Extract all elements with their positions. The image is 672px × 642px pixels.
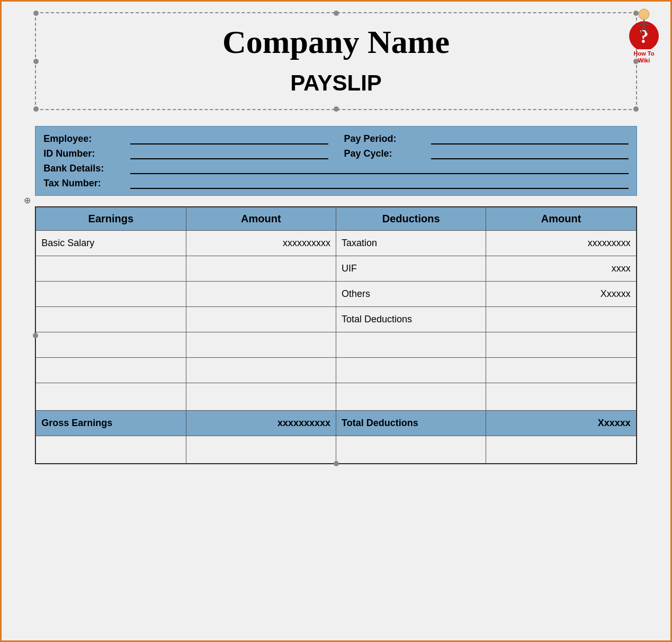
deduction-cell: [336, 358, 486, 383]
logo-icon: ?: [625, 7, 662, 49]
pay-period-underline: [431, 133, 629, 144]
employee-field: Employee:: [43, 133, 328, 144]
payslip-table: Earnings Amount Deductions Amount Basic …: [35, 207, 637, 464]
resize-handle-mid: [334, 461, 339, 466]
earnings-cell: Basic Salary: [36, 231, 186, 256]
total-deductions-amount-cell: Xxxxxx: [486, 411, 636, 436]
handle-bc: [334, 106, 339, 112]
earnings-amount-cell: [186, 256, 336, 282]
header-section: Company Name PAYSLIP: [35, 12, 637, 110]
pay-cycle-underline: [431, 148, 629, 159]
table-row: UIFxxxx: [36, 256, 637, 282]
logo-text: How To Wiki: [634, 50, 655, 64]
earnings-cell: [36, 282, 186, 307]
employee-label: Employee:: [43, 133, 128, 144]
company-name: Company Name: [52, 24, 620, 60]
gross-earnings-label: Gross Earnings: [36, 411, 186, 436]
earnings-cell: [36, 332, 186, 358]
col-header-earnings: Earnings: [36, 207, 186, 231]
total-deductions-label: Total Deductions: [336, 411, 486, 436]
earnings-cell: [36, 358, 186, 383]
earnings-amount-cell: xxxxxxxxxx: [186, 231, 336, 256]
summary-row: Gross EarningsxxxxxxxxxxTotal Deductions…: [36, 411, 637, 436]
svg-text:?: ?: [639, 26, 649, 47]
deduction-cell: [336, 383, 486, 411]
earnings-amount-cell: [186, 307, 336, 332]
earnings-amount-cell: [186, 282, 336, 307]
id-number-field: ID Number:: [43, 148, 328, 159]
svg-point-2: [639, 9, 649, 20]
payslip-title: PAYSLIP: [52, 70, 620, 96]
pay-period-label: Pay Period:: [344, 133, 429, 144]
earnings-amount-cell: [186, 383, 336, 411]
gross-amount-cell: xxxxxxxxxx: [186, 411, 336, 436]
deduction-amount-cell: xxxx: [486, 256, 636, 282]
logo-area: ? How To Wiki: [625, 7, 662, 64]
tax-number-label: Tax Number:: [43, 178, 128, 189]
bank-details-underline: [130, 162, 629, 174]
deduction-cell: [336, 332, 486, 358]
pay-cycle-field: Pay Cycle:: [344, 148, 629, 159]
earnings-amount-cell: [186, 332, 336, 358]
table-row: Basic SalaryxxxxxxxxxxTaxationxxxxxxxxx: [36, 231, 637, 256]
employee-underline: [130, 133, 328, 144]
move-icon: ⊕: [24, 195, 31, 205]
table-row: [36, 383, 637, 411]
id-number-underline: [130, 148, 328, 159]
table-row: Total Deductions: [36, 307, 637, 332]
table-section: ⊕ Earnings Amount Deductions Amount Basi…: [35, 206, 637, 464]
handle-tc: [334, 11, 339, 16]
col-header-amount1: Amount: [186, 207, 336, 231]
earnings-cell: [36, 307, 186, 332]
earnings-cell: [36, 256, 186, 282]
final-empty-row: [36, 436, 637, 464]
info-row-4: Tax Number:: [43, 177, 629, 189]
deduction-amount-cell: [486, 307, 636, 332]
table-row: [36, 358, 637, 383]
deduction-amount-cell: xxxxxxxxx: [486, 231, 636, 256]
col-header-amount2: Amount: [486, 207, 636, 231]
handle-tl: [33, 11, 39, 16]
table-header-row: Earnings Amount Deductions Amount: [36, 207, 637, 231]
deduction-amount-cell: [486, 358, 636, 383]
deduction-cell: Total Deductions: [336, 307, 486, 332]
handle-br: [633, 106, 639, 112]
tax-number-underline: [130, 177, 629, 189]
left-mid-handle: [33, 333, 38, 338]
deduction-amount-cell: [486, 383, 636, 411]
pay-cycle-label: Pay Cycle:: [344, 148, 429, 159]
earnings-amount-cell: [186, 358, 336, 383]
deduction-amount-cell: [486, 332, 636, 358]
deduction-amount-cell: Xxxxxx: [486, 282, 636, 307]
info-row-3: Bank Details:: [43, 162, 629, 174]
info-row-2: ID Number: Pay Cycle:: [43, 148, 629, 159]
deduction-cell: Others: [336, 282, 486, 307]
handle-ml: [33, 59, 39, 64]
handle-bl: [33, 106, 39, 112]
earnings-cell: [36, 383, 186, 411]
deduction-cell: Taxation: [336, 231, 486, 256]
info-row-1: Employee: Pay Period:: [43, 133, 629, 144]
pay-period-field: Pay Period:: [344, 133, 629, 144]
table-row: OthersXxxxxx: [36, 282, 637, 307]
bank-details-label: Bank Details:: [43, 163, 128, 174]
table-row: [36, 332, 637, 358]
page-container: ? How To Wiki Company: [0, 0, 672, 642]
id-number-label: ID Number:: [43, 148, 128, 159]
deduction-cell: UIF: [336, 256, 486, 282]
info-section: Employee: Pay Period: ID Number: Pay Cyc…: [35, 126, 637, 196]
col-header-deductions: Deductions: [336, 207, 486, 231]
